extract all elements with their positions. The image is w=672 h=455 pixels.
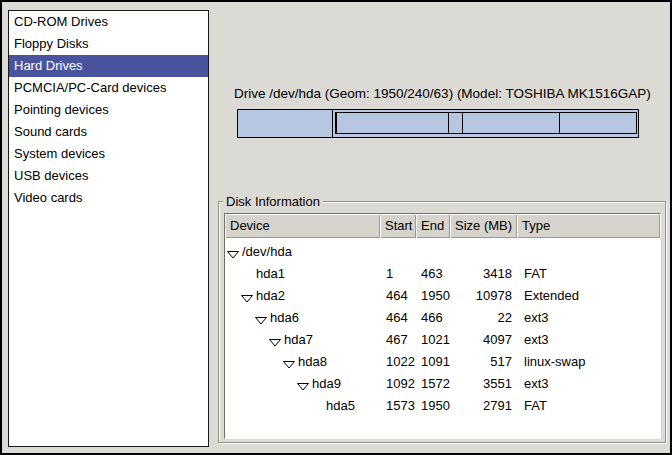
device-cell: hda1 — [225, 266, 380, 281]
disk-row-hda7[interactable]: hda746710214097ext3 — [225, 328, 660, 350]
end-cell: 1950 — [416, 288, 450, 303]
device-cell: hda5 — [225, 398, 380, 413]
drive-geometry-label: Drive /dev/hda (Geom: 1950/240/63) (Mode… — [234, 86, 651, 101]
column-header-start[interactable]: Start — [380, 214, 416, 238]
disk-row-hda2[interactable]: hda2464195010978Extended — [225, 284, 660, 306]
disk-row-hda5[interactable]: hda5157319502791FAT — [225, 394, 660, 416]
size-cell: 22 — [450, 310, 517, 325]
start-cell: 464 — [380, 310, 416, 325]
sidebar-item-sound-cards[interactable]: Sound cards — [9, 121, 208, 143]
size-cell: 4097 — [450, 332, 517, 347]
type-cell: ext3 — [517, 332, 660, 347]
end-cell: 1091 — [416, 354, 450, 369]
device-name: hda7 — [284, 332, 313, 347]
disk-row-hda9[interactable]: hda9109215723551ext3 — [225, 372, 660, 394]
disk-row-hda6[interactable]: hda646446622ext3 — [225, 306, 660, 328]
disk-row-hda1[interactable]: hda114633418FAT — [225, 262, 660, 284]
start-cell: 1092 — [380, 376, 416, 391]
device-cell: hda2 — [225, 288, 380, 303]
end-cell: 466 — [416, 310, 450, 325]
logical-partition-group — [335, 112, 637, 134]
device-category-list: CD-ROM DrivesFloppy DisksHard DrivesPCMC… — [8, 10, 209, 447]
device-name: hda2 — [256, 288, 285, 303]
device-name: hda1 — [256, 266, 285, 281]
partition-segment-hda7 — [337, 113, 449, 133]
type-cell: linux-swap — [517, 354, 660, 369]
partition-segment-hda5 — [560, 113, 636, 133]
disk-information-frame: Disk Information DeviceStartEndSize (MB)… — [218, 201, 666, 443]
type-cell: ext3 — [517, 310, 660, 325]
partition-segment-hda9 — [463, 113, 560, 133]
column-header-device[interactable]: Device — [225, 214, 380, 238]
disk-table-body: /dev/hdahda114633418FAThda2464195010978E… — [225, 238, 660, 416]
size-cell: 3551 — [450, 376, 517, 391]
disk-row-hda8[interactable]: hda810221091517linux-swap — [225, 350, 660, 372]
start-cell: 1 — [380, 266, 416, 281]
expander-icon[interactable] — [241, 291, 253, 300]
start-cell: 1573 — [380, 398, 416, 413]
device-name: hda8 — [298, 354, 327, 369]
partition-segment-hda1 — [238, 110, 333, 137]
size-cell: 3418 — [450, 266, 517, 281]
size-cell: 517 — [450, 354, 517, 369]
device-name: hda5 — [326, 398, 355, 413]
expander-icon[interactable] — [255, 313, 267, 322]
sidebar-item-hard-drives[interactable]: Hard Drives — [9, 55, 208, 77]
disk-table-header: DeviceStartEndSize (MB)Type — [225, 214, 660, 238]
sidebar-item-pcmcia-pc-card-devices[interactable]: PCMCIA/PC-Card devices — [9, 77, 208, 99]
device-cell: hda7 — [225, 332, 380, 347]
sidebar-item-video-cards[interactable]: Video cards — [9, 187, 208, 209]
type-cell: FAT — [517, 266, 660, 281]
type-cell: ext3 — [517, 376, 660, 391]
disk-table: DeviceStartEndSize (MB)Type /dev/hdahda1… — [224, 213, 661, 439]
device-cell: hda8 — [225, 354, 380, 369]
expander-icon[interactable] — [269, 335, 281, 344]
size-cell: 2791 — [450, 398, 517, 413]
expander-icon[interactable] — [227, 247, 239, 256]
start-cell: 467 — [380, 332, 416, 347]
start-cell: 464 — [380, 288, 416, 303]
column-header-size-mb[interactable]: Size (MB) — [450, 214, 517, 238]
device-cell: hda6 — [225, 310, 380, 325]
end-cell: 463 — [416, 266, 450, 281]
end-cell: 1021 — [416, 332, 450, 347]
expander-icon[interactable] — [283, 357, 295, 366]
device-cell: /dev/hda — [225, 244, 380, 259]
expander-icon[interactable] — [297, 379, 309, 388]
device-name: hda6 — [270, 310, 299, 325]
partition-bar — [237, 109, 639, 138]
column-header-type[interactable]: Type — [517, 214, 660, 238]
type-cell: FAT — [517, 398, 660, 413]
end-cell: 1572 — [416, 376, 450, 391]
sidebar-item-cd-rom-drives[interactable]: CD-ROM Drives — [9, 11, 208, 33]
device-cell: hda9 — [225, 376, 380, 391]
sidebar-item-usb-devices[interactable]: USB devices — [9, 165, 208, 187]
device-name: hda9 — [312, 376, 341, 391]
device-name: /dev/hda — [242, 244, 292, 259]
disk-information-title: Disk Information — [223, 194, 323, 209]
column-header-end[interactable]: End — [416, 214, 450, 238]
end-cell: 1950 — [416, 398, 450, 413]
sidebar-item-system-devices[interactable]: System devices — [9, 143, 208, 165]
partition-segment-hda2 — [333, 110, 638, 137]
type-cell: Extended — [517, 288, 660, 303]
size-cell: 10978 — [450, 288, 517, 303]
sidebar-item-pointing-devices[interactable]: Pointing devices — [9, 99, 208, 121]
hardware-browser-window: CD-ROM DrivesFloppy DisksHard DrivesPCMC… — [0, 0, 672, 455]
partition-segment-hda8 — [449, 113, 463, 133]
disk-row-dev-hda[interactable]: /dev/hda — [225, 240, 660, 262]
start-cell: 1022 — [380, 354, 416, 369]
sidebar-item-floppy-disks[interactable]: Floppy Disks — [9, 33, 208, 55]
